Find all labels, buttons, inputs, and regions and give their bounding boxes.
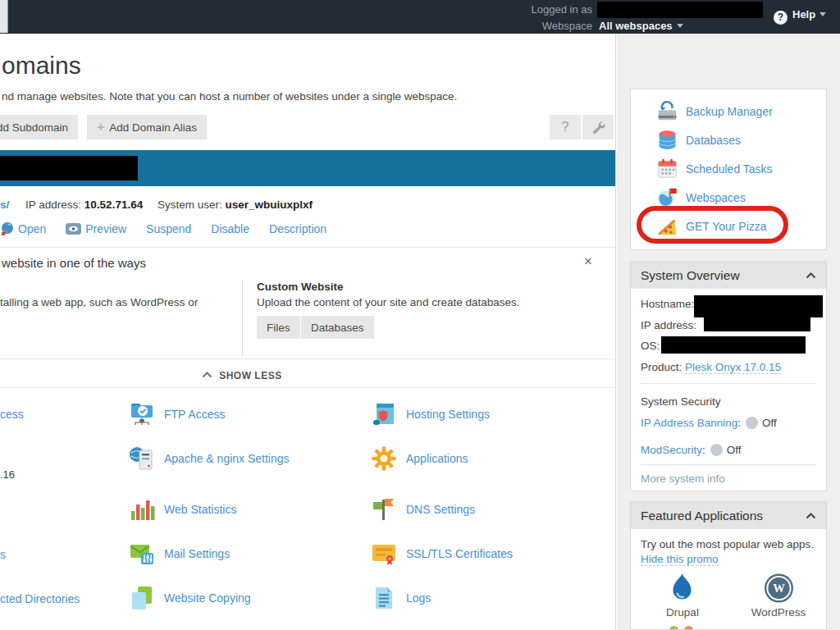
system-overview-card: System Overview Hostname: IP address: OS… [630, 261, 827, 491]
tool-link-fragment[interactable]: cess [0, 408, 24, 421]
domain-name-redacted [0, 156, 138, 180]
ssl-certificate-icon [371, 541, 397, 567]
help-menu[interactable]: ?Help [774, 8, 826, 25]
preview-eye-icon [66, 223, 81, 235]
applications-gear-icon [371, 445, 397, 472]
website-copying-icon [129, 585, 155, 611]
help-icon: ? [774, 11, 788, 25]
tools-button[interactable] [582, 115, 614, 139]
username-redacted [597, 2, 763, 18]
setup-left-text: talling a web app, such as WordPress or [0, 296, 198, 308]
status-off-dot [746, 417, 758, 429]
ip-redacted [704, 317, 810, 331]
add-domain-alias-button[interactable]: +Add Domain Alias [87, 115, 207, 139]
left-edge-panel-stub [0, 0, 8, 33]
drupal-icon[interactable] [667, 573, 697, 604]
ftp-access-item[interactable]: FTP Access [129, 401, 225, 427]
files-button[interactable]: Files [257, 316, 300, 339]
website-copying-item[interactable]: Website Copying [129, 585, 251, 611]
status-off-dot [710, 444, 723, 456]
domain-actions-row: Open Preview Suspend Disable Description [0, 221, 346, 235]
suspend-link[interactable]: Suspend [146, 222, 191, 235]
os-redacted [661, 336, 806, 354]
databases-icon [656, 129, 678, 151]
system-overview-header[interactable]: System Overview [631, 262, 826, 289]
web-statistics-item[interactable]: Web Statistics [129, 496, 236, 523]
ssl-tls-certificates-item[interactable]: SSL/TLS Certificates [371, 541, 513, 567]
disable-link[interactable]: Disable [211, 222, 249, 235]
hostname-redacted [694, 295, 823, 317]
backup-manager-icon [656, 100, 678, 122]
databases-button[interactable]: Databases [301, 316, 374, 339]
webspaces-link[interactable]: Webspaces [631, 183, 826, 212]
domain-url-fragment[interactable]: s/ [0, 199, 9, 211]
close-icon[interactable]: × [584, 253, 592, 270]
description-link[interactable]: Description [269, 222, 326, 235]
page-subtitle: nd manage websites. Note that you can ho… [2, 90, 457, 103]
product-version-link[interactable]: Plesk Onyx 17.0.15 [685, 361, 781, 374]
logs-icon [371, 585, 397, 611]
wordpress-icon[interactable]: W [764, 573, 794, 604]
more-system-info-link[interactable]: More system info [641, 472, 725, 485]
tool-link-fragment[interactable]: cted Directories [0, 592, 80, 605]
webspaces-icon [656, 186, 678, 208]
webspace-selector[interactable]: All webspaces [599, 20, 683, 32]
hostname-label: Hostname: [641, 298, 694, 310]
modsecurity-row: ModSecurity:Off [641, 444, 742, 456]
ftp-access-icon [129, 401, 155, 427]
plus-icon: + [97, 120, 104, 135]
tool-link-fragment[interactable]: s [0, 548, 6, 561]
wrench-icon [591, 120, 605, 135]
ip-banning-row: IP Address Banning:Off [641, 417, 777, 429]
dns-settings-item[interactable]: DNS Settings [371, 496, 475, 523]
system-user-value: user_wbuiuxplxf [225, 199, 313, 211]
applications-item[interactable]: Applications [371, 445, 468, 472]
mail-settings-item[interactable]: Mail Settings [129, 541, 230, 567]
show-less-toggle[interactable]: SHOW LESS [107, 370, 377, 381]
ip-banning-link[interactable]: IP Address Banning [641, 417, 737, 429]
hide-promo-link[interactable]: Hide this promo [641, 553, 719, 565]
get-your-pizza-link[interactable]: GET Your Pizza [631, 212, 826, 240]
divider [0, 358, 615, 359]
divider [0, 247, 615, 248]
wordpress-label: WordPress [746, 606, 811, 619]
custom-website-title: Custom Website [257, 281, 344, 293]
system-user-label: System user: [158, 199, 222, 211]
page-title: omains [2, 52, 81, 80]
help-button[interactable]: ? [550, 115, 581, 139]
backup-manager-link[interactable]: Backup Manager [631, 97, 826, 126]
webspace-label: Webspace [542, 20, 592, 32]
ip-address-label: IP address: [641, 319, 696, 331]
databases-link[interactable]: Databases [631, 126, 826, 154]
domain-info-row: s/ IP address: 10.52.71.64 System user: … [0, 199, 313, 211]
featured-applications-header[interactable]: Featured Applications [631, 502, 826, 529]
partial-app-icon [684, 626, 693, 630]
top-bar: Logged in as Webspace All webspaces ?Hel… [0, 0, 840, 34]
tool-text-fragment: .16 [0, 468, 15, 481]
apache-nginx-icon [129, 445, 155, 472]
modsecurity-link[interactable]: ModSecurity [641, 444, 702, 456]
scheduled-tasks-link[interactable]: Scheduled Tasks [631, 154, 826, 183]
open-icon [0, 221, 14, 235]
hosting-settings-item[interactable]: Hosting Settings [371, 401, 490, 427]
os-label: OS: [641, 340, 660, 352]
setup-heading: website in one of the ways [2, 256, 146, 270]
web-statistics-icon [129, 496, 155, 523]
add-subdomain-button[interactable]: dd Subdomain [0, 115, 78, 139]
dns-settings-icon [371, 496, 397, 523]
divider [242, 280, 243, 357]
partial-app-icon [669, 626, 678, 630]
open-link[interactable]: Open [0, 221, 46, 235]
product-row: Product: Plesk Onyx 17.0.15 [641, 361, 781, 373]
chevron-up-icon [806, 513, 816, 519]
preview-link[interactable]: Preview [66, 222, 126, 235]
drupal-label: Drupal [657, 606, 708, 619]
custom-website-description: Upload the content of your site and crea… [257, 296, 519, 308]
pizza-icon [656, 215, 678, 237]
hosting-settings-icon [371, 401, 397, 427]
mail-settings-icon [129, 541, 155, 567]
divider [0, 387, 615, 388]
apache-nginx-settings-item[interactable]: Apache & nginx Settings [129, 445, 290, 472]
logged-in-as-label: Logged in as [532, 3, 592, 16]
logs-item[interactable]: Logs [371, 585, 431, 611]
